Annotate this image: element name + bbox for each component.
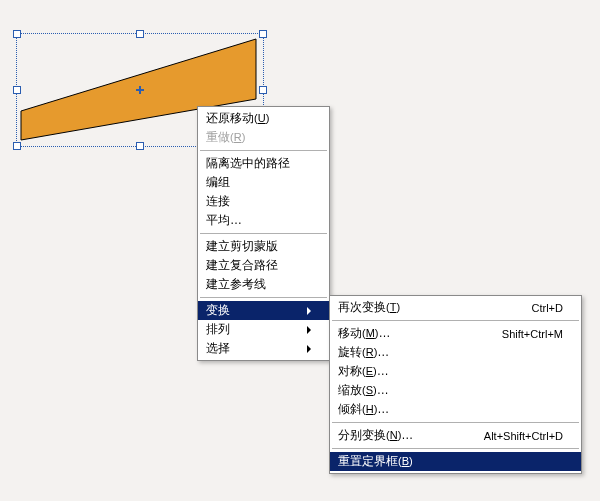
menu-item-label: 变换 [206,302,297,319]
menu-item-label: 建立复合路径 [206,257,311,274]
handle-e[interactable] [259,86,267,94]
menu-item-accelerator: Shift+Ctrl+M [502,328,563,340]
menu-item-label: 隔离选中的路径 [206,155,311,172]
transform-submenu-item[interactable]: 移动(M)…Shift+Ctrl+M [330,324,581,343]
menu-item-label: 重置定界框(B) [338,453,563,470]
transform-submenu-item[interactable]: 重置定界框(B) [330,452,581,471]
transform-submenu-item[interactable]: 缩放(S)… [330,381,581,400]
context-menu-item[interactable]: 平均… [198,211,329,230]
transform-submenu-item[interactable]: 倾斜(H)… [330,400,581,419]
context-menu-item[interactable]: 建立剪切蒙版 [198,237,329,256]
menu-separator [200,233,327,234]
menu-separator [200,297,327,298]
menu-item-label: 选择 [206,340,297,357]
menu-item-label: 排列 [206,321,297,338]
menu-item-accelerator: Alt+Shift+Ctrl+D [484,430,563,442]
menu-item-label: 建立参考线 [206,276,311,293]
context-menu-item[interactable]: 建立复合路径 [198,256,329,275]
menu-separator [332,422,579,423]
menu-item-label: 移动(M)… [338,325,474,342]
submenu-arrow-icon [307,307,311,315]
menu-item-label: 旋转(R)… [338,344,563,361]
context-menu-item[interactable]: 排列 [198,320,329,339]
menu-separator [332,448,579,449]
menu-item-label: 倾斜(H)… [338,401,563,418]
canvas[interactable]: 还原移动(U)重做(R)隔离选中的路径编组连接平均…建立剪切蒙版建立复合路径建立… [0,0,600,501]
handle-ne[interactable] [259,30,267,38]
context-menu-item[interactable]: 选择 [198,339,329,358]
context-menu: 还原移动(U)重做(R)隔离选中的路径编组连接平均…建立剪切蒙版建立复合路径建立… [197,106,330,361]
menu-item-label: 再次变换(T) [338,299,504,316]
menu-item-label: 分别变换(N)… [338,427,456,444]
submenu-arrow-icon [307,326,311,334]
menu-item-label: 重做(R) [206,129,311,146]
menu-item-label: 缩放(S)… [338,382,563,399]
context-menu-item[interactable]: 建立参考线 [198,275,329,294]
transform-submenu-item[interactable]: 旋转(R)… [330,343,581,362]
menu-separator [332,320,579,321]
transform-submenu-item[interactable]: 对称(E)… [330,362,581,381]
menu-item-label: 平均… [206,212,311,229]
menu-item-label: 对称(E)… [338,363,563,380]
handle-s[interactable] [136,142,144,150]
menu-item-label: 还原移动(U) [206,110,311,127]
menu-item-accelerator: Ctrl+D [532,302,563,314]
handle-sw[interactable] [13,142,21,150]
menu-item-label: 连接 [206,193,311,210]
transform-submenu-item[interactable]: 再次变换(T)Ctrl+D [330,298,581,317]
menu-item-label: 建立剪切蒙版 [206,238,311,255]
context-menu-item: 重做(R) [198,128,329,147]
submenu-arrow-icon [307,345,311,353]
menu-item-label: 编组 [206,174,311,191]
transform-submenu-item[interactable]: 分别变换(N)…Alt+Shift+Ctrl+D [330,426,581,445]
menu-separator [200,150,327,151]
context-menu-item[interactable]: 连接 [198,192,329,211]
context-menu-item[interactable]: 编组 [198,173,329,192]
context-menu-item[interactable]: 变换 [198,301,329,320]
context-menu-item[interactable]: 隔离选中的路径 [198,154,329,173]
transform-submenu: 再次变换(T)Ctrl+D移动(M)…Shift+Ctrl+M旋转(R)…对称(… [329,295,582,474]
context-menu-item[interactable]: 还原移动(U) [198,109,329,128]
